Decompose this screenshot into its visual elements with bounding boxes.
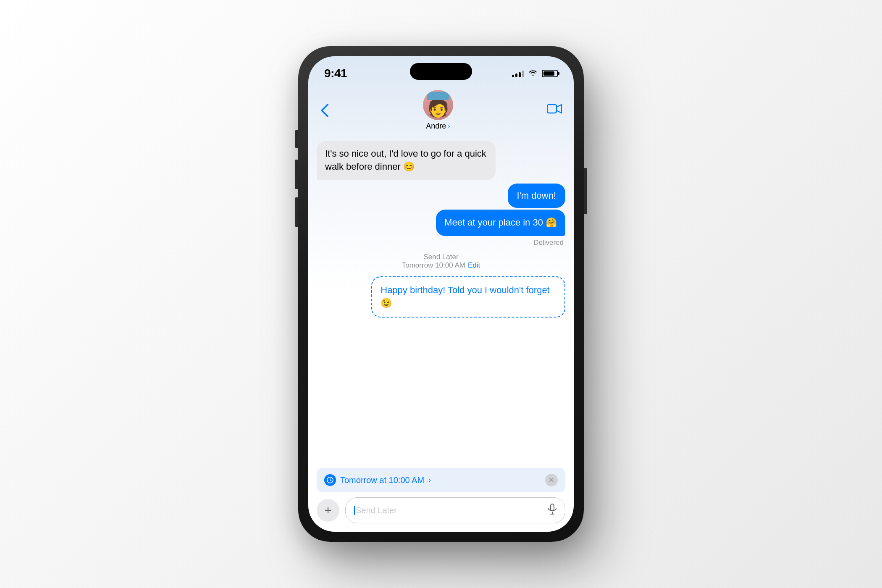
- sent-message-1-text: I'm down!: [517, 190, 556, 201]
- messages-area: It's so nice out, I'd love to go for a q…: [308, 137, 574, 465]
- sent-message-1: I'm down!: [508, 184, 565, 208]
- dynamic-island: [410, 63, 472, 80]
- received-message-1: It's so nice out, I'd love to go for a q…: [317, 141, 496, 180]
- plus-icon: +: [324, 503, 332, 517]
- send-later-pill-info: Tomorrow at 10:00 AM ›: [324, 474, 431, 486]
- status-time: 9:41: [324, 67, 347, 80]
- send-later-time-text: Tomorrow 10:00 AM: [402, 261, 465, 270]
- wifi-icon: [528, 69, 538, 78]
- battery-icon: [542, 70, 558, 77]
- contact-name-text: Andre: [426, 122, 446, 131]
- sent-messages-group: I'm down! Meet at your place in 30 🤗 Del…: [317, 184, 565, 247]
- sent-message-2: Meet at your place in 30 🤗: [436, 210, 565, 236]
- send-later-pill-chevron-icon: ›: [428, 476, 431, 485]
- scheduled-message-text: Happy birthday! Told you I wouldn't forg…: [381, 285, 549, 308]
- back-button[interactable]: [320, 103, 329, 118]
- input-cursor: [354, 506, 355, 515]
- clock-icon: [324, 474, 336, 486]
- volume-down-button: [295, 197, 298, 227]
- message-input-placeholder: Send Later: [356, 506, 548, 515]
- delivered-status: Delivered: [533, 239, 565, 247]
- send-later-pill-text: Tomorrow at 10:00 AM: [340, 475, 424, 485]
- received-message-text: It's so nice out, I'd love to go for a q…: [325, 148, 486, 172]
- edit-send-later-button[interactable]: Edit: [468, 261, 480, 270]
- video-call-button[interactable]: [547, 103, 562, 118]
- send-later-time: Tomorrow 10:00 AM Edit: [317, 261, 565, 270]
- phone-screen: 9:41: [308, 56, 574, 532]
- silent-switch: [295, 130, 298, 148]
- avatar: 🧑: [423, 90, 453, 120]
- send-later-info: Send Later Tomorrow 10:00 AM Edit: [317, 253, 565, 270]
- svg-rect-0: [547, 105, 556, 113]
- contact-chevron-icon: ›: [448, 123, 450, 130]
- signal-bars-icon: [512, 70, 524, 77]
- add-attachment-button[interactable]: +: [317, 499, 339, 522]
- bottom-area: Tomorrow at 10:00 AM › × + Send Later: [308, 465, 574, 532]
- contact-name: Andre ›: [426, 122, 450, 131]
- microphone-icon[interactable]: [548, 504, 556, 517]
- message-input[interactable]: Send Later: [345, 497, 565, 523]
- battery-fill: [543, 71, 554, 76]
- phone-frame: 9:41: [298, 46, 584, 542]
- scene: 9:41: [0, 0, 882, 588]
- scheduled-message: Happy birthday! Told you I wouldn't forg…: [371, 276, 565, 318]
- send-later-label: Send Later: [317, 253, 565, 261]
- nav-header: 🧑 Andre ›: [308, 87, 574, 137]
- contact-info[interactable]: 🧑 Andre ›: [423, 90, 453, 131]
- close-send-later-button[interactable]: ×: [545, 474, 558, 486]
- status-icons: [512, 69, 558, 78]
- input-row: + Send Later: [317, 497, 565, 523]
- close-icon: ×: [549, 475, 554, 486]
- send-later-pill[interactable]: Tomorrow at 10:00 AM › ×: [317, 468, 565, 492]
- volume-up-button: [295, 160, 298, 189]
- power-button: [584, 168, 587, 214]
- sent-message-2-text: Meet at your place in 30 🤗: [444, 217, 557, 228]
- svg-rect-2: [551, 504, 554, 511]
